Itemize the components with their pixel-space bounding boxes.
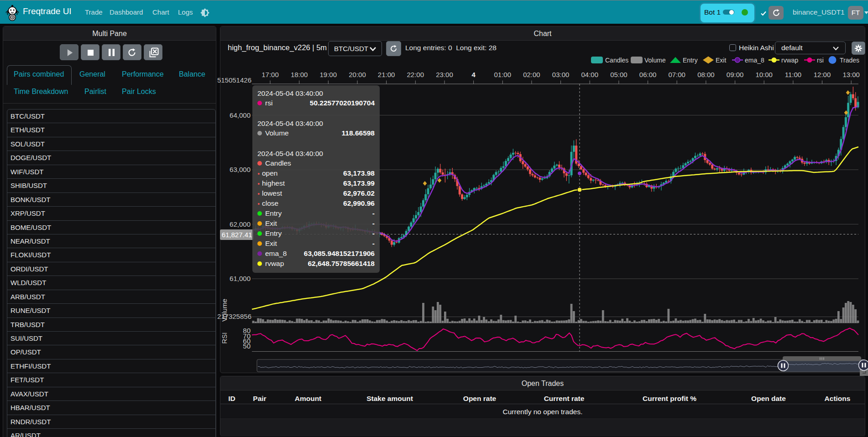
svg-text:17:00: 17:00 bbox=[261, 71, 279, 78]
svg-text:61,827.41: 61,827.41 bbox=[222, 231, 252, 239]
svg-text:515051426: 515051426 bbox=[217, 76, 251, 84]
svg-text:64,000: 64,000 bbox=[230, 111, 251, 119]
svg-text:22:00: 22:00 bbox=[407, 71, 424, 78]
svg-text:06:00: 06:00 bbox=[639, 71, 657, 78]
svg-text:18:00: 18:00 bbox=[291, 71, 308, 78]
svg-text:Volume: Volume bbox=[220, 299, 228, 322]
svg-text:01:00: 01:00 bbox=[494, 71, 512, 78]
svg-text:RSI: RSI bbox=[220, 332, 228, 343]
svg-text:13:00: 13:00 bbox=[842, 71, 860, 78]
svg-text:04:00: 04:00 bbox=[581, 71, 599, 78]
svg-text:19:00: 19:00 bbox=[320, 71, 337, 78]
svg-text:05:00: 05:00 bbox=[610, 71, 627, 78]
svg-text:62,000: 62,000 bbox=[230, 220, 251, 228]
svg-text:09:00: 09:00 bbox=[727, 71, 744, 78]
svg-text:12:00: 12:00 bbox=[814, 71, 831, 78]
svg-text:4: 4 bbox=[471, 71, 476, 78]
svg-text:21:00: 21:00 bbox=[378, 71, 395, 78]
svg-text:23:00: 23:00 bbox=[436, 71, 453, 78]
svg-text:63,000: 63,000 bbox=[230, 166, 251, 173]
svg-text:10:00: 10:00 bbox=[755, 71, 773, 78]
svg-text:02:00: 02:00 bbox=[523, 71, 540, 78]
svg-text:07:00: 07:00 bbox=[668, 71, 685, 78]
svg-text:08:00: 08:00 bbox=[697, 71, 715, 78]
svg-text:03:00: 03:00 bbox=[552, 71, 570, 78]
svg-text:61,000: 61,000 bbox=[230, 275, 251, 282]
svg-text:11:00: 11:00 bbox=[785, 71, 801, 78]
svg-text:20:00: 20:00 bbox=[349, 71, 366, 78]
svg-text:50: 50 bbox=[243, 342, 251, 350]
